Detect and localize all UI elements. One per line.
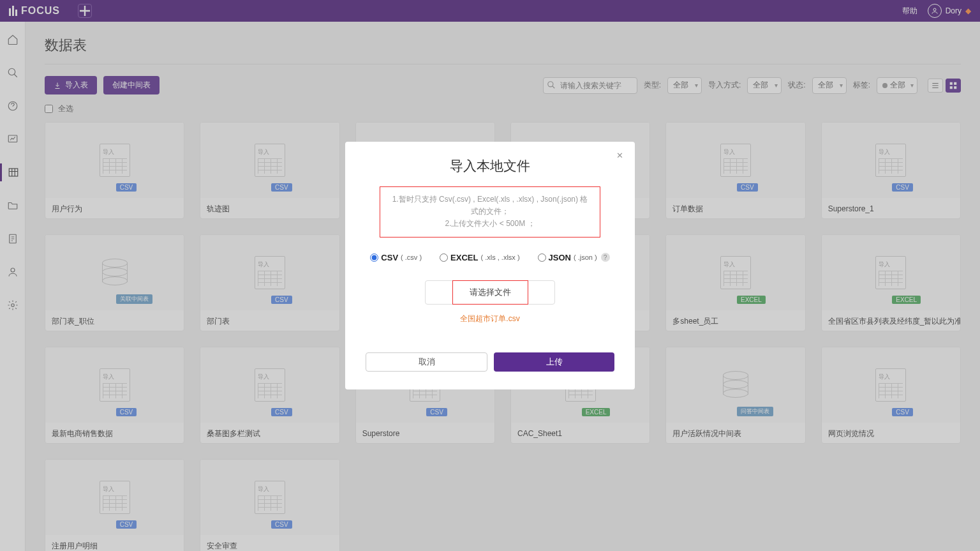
radio-csv[interactable]: CSV( .csv ) xyxy=(370,253,422,262)
radio-json[interactable]: JSON( .json ) ? xyxy=(538,253,610,262)
cancel-button[interactable]: 取消 xyxy=(366,352,487,372)
modal-title: 导入本地文件 xyxy=(366,157,614,175)
selected-file-name: 全国超市订单.csv xyxy=(366,313,614,324)
modal-overlay[interactable]: ✕ 导入本地文件 1.暂时只支持 Csv(.csv) , Excel(.xls … xyxy=(0,0,980,551)
modal-actions: 取消 上传 xyxy=(366,352,614,372)
radio-excel-input[interactable] xyxy=(440,253,448,262)
file-select-area: 请选择文件 xyxy=(425,280,555,305)
hint-box: 1.暂时只支持 Csv(.csv) , Excel(.xls , .xlsx) … xyxy=(380,186,600,238)
close-icon[interactable]: ✕ xyxy=(616,151,623,160)
import-modal: ✕ 导入本地文件 1.暂时只支持 Csv(.csv) , Excel(.xls … xyxy=(345,142,635,389)
upload-button[interactable]: 上传 xyxy=(494,352,614,372)
hint-line-1: 1.暂时只支持 Csv(.csv) , Excel(.xls , .xlsx) … xyxy=(390,193,590,218)
radio-json-input[interactable] xyxy=(538,253,546,262)
radio-csv-input[interactable] xyxy=(370,253,378,262)
select-file-button[interactable]: 请选择文件 xyxy=(452,280,528,305)
help-icon[interactable]: ? xyxy=(601,253,610,262)
file-type-radios: CSV( .csv ) EXCEL( .xls , .xlsx ) JSON( … xyxy=(366,253,614,262)
hint-line-2: 2.上传文件大小 < 500M ； xyxy=(390,218,590,230)
radio-excel[interactable]: EXCEL( .xls , .xlsx ) xyxy=(440,253,519,262)
